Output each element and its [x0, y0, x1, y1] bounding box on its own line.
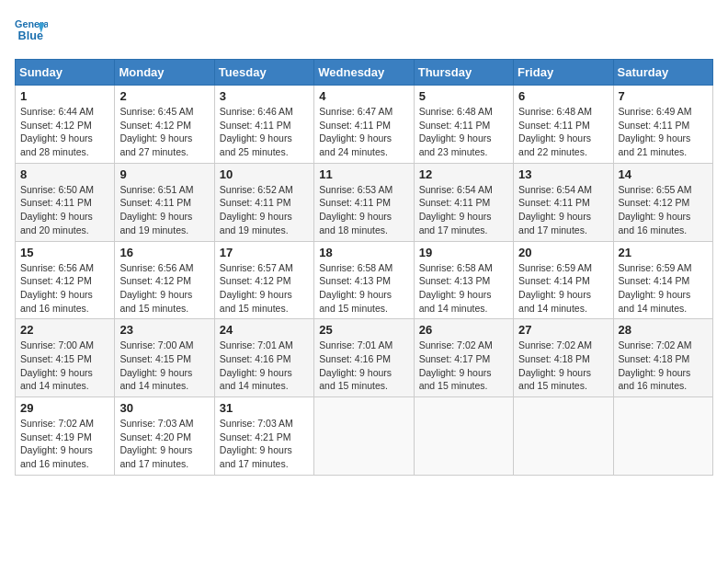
day-info: Sunrise: 7:02 AM Sunset: 4:19 PM Dayligh…: [20, 417, 109, 471]
day-number: 30: [119, 401, 209, 415]
calendar-week-row: 22Sunrise: 7:00 AM Sunset: 4:15 PM Dayli…: [16, 319, 713, 397]
page-header: GeneralBlue: [15, 15, 713, 48]
day-number: 12: [419, 167, 508, 181]
day-info: Sunrise: 6:48 AM Sunset: 4:11 PM Dayligh…: [419, 105, 508, 159]
day-number: 10: [220, 167, 309, 181]
day-number: 8: [20, 167, 109, 181]
calendar-weekday-wednesday: Wednesday: [314, 60, 414, 86]
calendar-day-cell: 9Sunrise: 6:51 AM Sunset: 4:11 PM Daylig…: [115, 163, 214, 241]
calendar-week-row: 1Sunrise: 6:44 AM Sunset: 4:12 PM Daylig…: [16, 86, 713, 164]
calendar-day-cell: 17Sunrise: 6:57 AM Sunset: 4:12 PM Dayli…: [214, 241, 313, 319]
day-number: 17: [220, 246, 309, 259]
day-info: Sunrise: 6:57 AM Sunset: 4:12 PM Dayligh…: [220, 261, 309, 316]
day-info: Sunrise: 6:58 AM Sunset: 4:13 PM Dayligh…: [419, 261, 508, 316]
day-info: Sunrise: 7:00 AM Sunset: 4:15 PM Dayligh…: [20, 339, 109, 393]
day-info: Sunrise: 6:54 AM Sunset: 4:11 PM Dayligh…: [518, 183, 608, 237]
logo: GeneralBlue: [15, 15, 48, 48]
day-info: Sunrise: 6:55 AM Sunset: 4:12 PM Dayligh…: [619, 183, 708, 237]
day-number: 14: [619, 167, 708, 181]
day-info: Sunrise: 7:02 AM Sunset: 4:17 PM Dayligh…: [419, 339, 508, 393]
day-info: Sunrise: 7:01 AM Sunset: 4:16 PM Dayligh…: [220, 339, 309, 393]
calendar-day-cell: 7Sunrise: 6:49 AM Sunset: 4:11 PM Daylig…: [613, 86, 712, 164]
calendar-day-cell: 3Sunrise: 6:46 AM Sunset: 4:11 PM Daylig…: [214, 86, 313, 164]
day-number: 1: [20, 89, 109, 103]
calendar-week-row: 8Sunrise: 6:50 AM Sunset: 4:11 PM Daylig…: [16, 163, 713, 241]
day-info: Sunrise: 6:47 AM Sunset: 4:11 PM Dayligh…: [319, 105, 408, 159]
day-number: 11: [319, 167, 408, 181]
day-info: Sunrise: 6:45 AM Sunset: 4:12 PM Dayligh…: [119, 105, 209, 159]
day-info: Sunrise: 6:58 AM Sunset: 4:13 PM Dayligh…: [319, 261, 408, 316]
calendar-weekday-friday: Friday: [514, 60, 613, 86]
day-info: Sunrise: 6:44 AM Sunset: 4:12 PM Dayligh…: [20, 105, 109, 159]
calendar-weekday-monday: Monday: [115, 60, 214, 86]
day-info: Sunrise: 7:02 AM Sunset: 4:18 PM Dayligh…: [518, 339, 608, 393]
svg-text:Blue: Blue: [18, 29, 43, 42]
day-number: 7: [619, 89, 708, 103]
calendar-day-cell: 11Sunrise: 6:53 AM Sunset: 4:11 PM Dayli…: [314, 163, 414, 241]
calendar-day-cell: 5Sunrise: 6:48 AM Sunset: 4:11 PM Daylig…: [414, 86, 513, 164]
day-number: 19: [419, 246, 508, 259]
calendar-table: SundayMondayTuesdayWednesdayThursdayFrid…: [15, 59, 713, 476]
calendar-weekday-saturday: Saturday: [613, 60, 712, 86]
calendar-day-cell: 20Sunrise: 6:59 AM Sunset: 4:14 PM Dayli…: [514, 241, 613, 319]
day-info: Sunrise: 6:48 AM Sunset: 4:11 PM Dayligh…: [518, 105, 608, 159]
calendar-week-row: 29Sunrise: 7:02 AM Sunset: 4:19 PM Dayli…: [16, 397, 713, 476]
day-number: 22: [20, 323, 109, 337]
day-info: Sunrise: 7:03 AM Sunset: 4:20 PM Dayligh…: [119, 417, 209, 471]
calendar-day-cell: 13Sunrise: 6:54 AM Sunset: 4:11 PM Dayli…: [514, 163, 613, 241]
calendar-day-cell: 4Sunrise: 6:47 AM Sunset: 4:11 PM Daylig…: [314, 86, 414, 164]
calendar-day-cell: 2Sunrise: 6:45 AM Sunset: 4:12 PM Daylig…: [115, 86, 214, 164]
calendar-day-cell: 14Sunrise: 6:55 AM Sunset: 4:12 PM Dayli…: [613, 163, 712, 241]
calendar-weekday-tuesday: Tuesday: [214, 60, 313, 86]
day-number: 25: [319, 323, 408, 337]
calendar-day-cell: [314, 397, 414, 476]
day-number: 20: [518, 246, 608, 259]
day-number: 21: [619, 246, 708, 259]
day-info: Sunrise: 6:50 AM Sunset: 4:11 PM Dayligh…: [20, 183, 109, 237]
day-number: 16: [119, 246, 209, 259]
calendar-week-row: 15Sunrise: 6:56 AM Sunset: 4:12 PM Dayli…: [16, 241, 713, 319]
day-info: Sunrise: 6:52 AM Sunset: 4:11 PM Dayligh…: [220, 183, 309, 237]
day-number: 3: [220, 89, 309, 103]
calendar-day-cell: 16Sunrise: 6:56 AM Sunset: 4:12 PM Dayli…: [115, 241, 214, 319]
day-info: Sunrise: 6:51 AM Sunset: 4:11 PM Dayligh…: [119, 183, 209, 237]
day-info: Sunrise: 6:56 AM Sunset: 4:12 PM Dayligh…: [20, 261, 109, 316]
day-info: Sunrise: 6:54 AM Sunset: 4:11 PM Dayligh…: [419, 183, 508, 237]
calendar-day-cell: 31Sunrise: 7:03 AM Sunset: 4:21 PM Dayli…: [214, 397, 313, 476]
day-info: Sunrise: 7:02 AM Sunset: 4:18 PM Dayligh…: [619, 339, 708, 393]
day-info: Sunrise: 7:03 AM Sunset: 4:21 PM Dayligh…: [220, 417, 309, 471]
calendar-day-cell: [414, 397, 513, 476]
day-number: 26: [419, 323, 508, 337]
calendar-day-cell: 8Sunrise: 6:50 AM Sunset: 4:11 PM Daylig…: [16, 163, 115, 241]
day-number: 2: [119, 89, 209, 103]
calendar-header-row: SundayMondayTuesdayWednesdayThursdayFrid…: [16, 60, 713, 86]
day-info: Sunrise: 6:49 AM Sunset: 4:11 PM Dayligh…: [619, 105, 708, 159]
calendar-day-cell: 30Sunrise: 7:03 AM Sunset: 4:20 PM Dayli…: [115, 397, 214, 476]
day-info: Sunrise: 6:53 AM Sunset: 4:11 PM Dayligh…: [319, 183, 408, 237]
logo-icon: GeneralBlue: [15, 15, 48, 48]
day-number: 13: [518, 167, 608, 181]
calendar-day-cell: 26Sunrise: 7:02 AM Sunset: 4:17 PM Dayli…: [414, 319, 513, 397]
calendar-day-cell: 28Sunrise: 7:02 AM Sunset: 4:18 PM Dayli…: [613, 319, 712, 397]
day-info: Sunrise: 7:00 AM Sunset: 4:15 PM Dayligh…: [119, 339, 209, 393]
day-number: 24: [220, 323, 309, 337]
calendar-day-cell: 21Sunrise: 6:59 AM Sunset: 4:14 PM Dayli…: [613, 241, 712, 319]
day-number: 5: [419, 89, 508, 103]
calendar-day-cell: 12Sunrise: 6:54 AM Sunset: 4:11 PM Dayli…: [414, 163, 513, 241]
day-number: 23: [119, 323, 209, 337]
calendar-day-cell: 24Sunrise: 7:01 AM Sunset: 4:16 PM Dayli…: [214, 319, 313, 397]
day-number: 31: [220, 401, 309, 415]
day-number: 9: [119, 167, 209, 181]
day-number: 6: [518, 89, 608, 103]
day-number: 4: [319, 89, 408, 103]
calendar-day-cell: 1Sunrise: 6:44 AM Sunset: 4:12 PM Daylig…: [16, 86, 115, 164]
calendar-day-cell: 23Sunrise: 7:00 AM Sunset: 4:15 PM Dayli…: [115, 319, 214, 397]
calendar-day-cell: 19Sunrise: 6:58 AM Sunset: 4:13 PM Dayli…: [414, 241, 513, 319]
day-info: Sunrise: 6:59 AM Sunset: 4:14 PM Dayligh…: [619, 261, 708, 316]
calendar-day-cell: 10Sunrise: 6:52 AM Sunset: 4:11 PM Dayli…: [214, 163, 313, 241]
day-number: 28: [619, 323, 708, 337]
calendar-day-cell: 18Sunrise: 6:58 AM Sunset: 4:13 PM Dayli…: [314, 241, 414, 319]
calendar-day-cell: 27Sunrise: 7:02 AM Sunset: 4:18 PM Dayli…: [514, 319, 613, 397]
day-number: 29: [20, 401, 109, 415]
calendar-day-cell: 6Sunrise: 6:48 AM Sunset: 4:11 PM Daylig…: [514, 86, 613, 164]
